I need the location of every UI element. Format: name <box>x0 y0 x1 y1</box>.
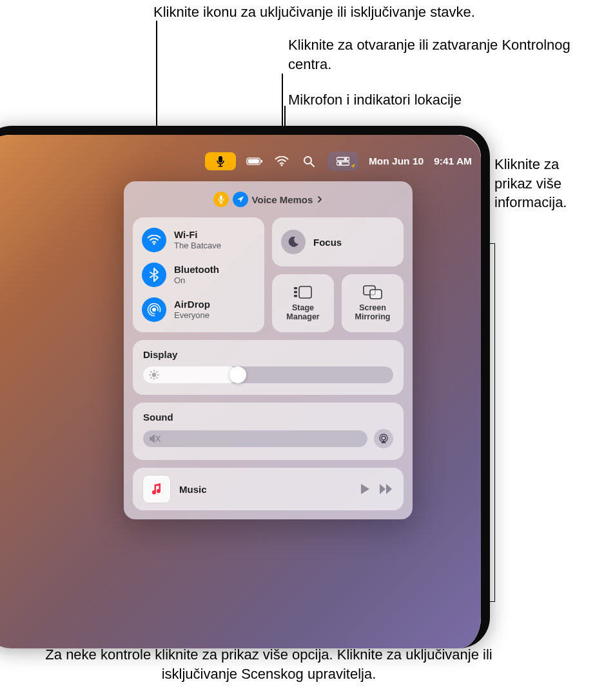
device-frame: Mon Jun 10 9:41 AM Voice Memos <box>0 126 490 648</box>
stage-manager-label-1: Stage <box>286 303 319 312</box>
callout-mic-loc: Mikrofon i indikatori lokacije <box>288 90 462 110</box>
svg-rect-14 <box>220 201 221 203</box>
location-arrow-icon <box>350 163 356 169</box>
svg-rect-5 <box>261 160 262 163</box>
svg-rect-21 <box>294 287 297 290</box>
desktop-wallpaper: Mon Jun 10 9:41 AM Voice Memos <box>0 135 481 648</box>
moon-icon <box>281 230 306 254</box>
svg-point-12 <box>339 162 342 165</box>
svg-point-10 <box>344 157 347 160</box>
svg-rect-2 <box>218 166 222 167</box>
screen-mirroring-label-2: Mirroring <box>355 312 391 321</box>
svg-rect-0 <box>219 156 222 163</box>
svg-rect-9 <box>337 157 349 161</box>
menu-bar: Mon Jun 10 9:41 AM <box>205 152 472 171</box>
svg-rect-1 <box>220 164 221 166</box>
display-tile[interactable]: Display <box>133 340 404 395</box>
volume-mute-icon <box>149 434 161 444</box>
svg-point-17 <box>152 308 156 312</box>
stage-manager-tile[interactable]: Stage Manager <box>272 274 334 332</box>
svg-rect-23 <box>294 295 297 297</box>
svg-rect-25 <box>370 290 382 299</box>
active-sensors-app-label: Voice Memos <box>252 194 313 205</box>
stage-manager-icon <box>293 285 313 299</box>
next-track-button[interactable] <box>379 483 393 495</box>
screen-mirroring-icon <box>363 285 382 299</box>
wifi-icon[interactable] <box>142 228 166 252</box>
airdrop-icon[interactable] <box>142 297 166 322</box>
menubar-time[interactable]: 9:41 AM <box>434 155 472 167</box>
airdrop-control[interactable]: AirDrop Everyone <box>142 297 255 322</box>
wifi-label: Wi-Fi <box>174 229 221 241</box>
menubar-date[interactable]: Mon Jun 10 <box>369 155 424 167</box>
wifi-network-name: The Batcave <box>174 241 221 251</box>
svg-point-6 <box>280 164 282 166</box>
airdrop-label: AirDrop <box>174 299 210 310</box>
svg-point-26 <box>152 373 156 377</box>
airplay-icon <box>378 434 389 444</box>
mic-in-use-icon <box>213 192 229 207</box>
connectivity-tile[interactable]: Wi-Fi The Batcave Bluetooth On <box>133 217 264 332</box>
svg-point-16 <box>153 243 155 245</box>
wifi-icon[interactable] <box>273 155 290 167</box>
control-center-panel: Voice Memos Wi-Fi The Batcave <box>124 181 413 519</box>
focus-tile[interactable]: Focus <box>272 217 404 266</box>
svg-rect-15 <box>219 203 222 203</box>
now-playing-title: Music <box>179 484 351 495</box>
display-brightness-slider[interactable] <box>143 366 393 383</box>
active-sensors-row[interactable]: Voice Memos <box>133 190 404 210</box>
svg-rect-13 <box>220 195 222 200</box>
svg-line-34 <box>157 372 157 372</box>
play-button[interactable] <box>360 483 370 495</box>
svg-line-33 <box>151 377 151 378</box>
bluetooth-label: Bluetooth <box>174 264 219 275</box>
now-playing-tile[interactable]: Music <box>133 468 404 510</box>
focus-label: Focus <box>313 237 342 248</box>
svg-line-32 <box>157 377 157 378</box>
spotlight-icon[interactable] <box>300 155 317 167</box>
bluetooth-icon[interactable] <box>142 263 166 287</box>
svg-rect-20 <box>299 286 311 298</box>
screen-mirroring-label-1: Screen <box>355 303 391 312</box>
stage-manager-label-2: Manager <box>286 312 319 321</box>
mic-indicator-pill[interactable] <box>205 152 236 170</box>
display-label: Display <box>143 349 393 360</box>
airplay-audio-button[interactable] <box>374 429 393 448</box>
control-center-menubar-button[interactable] <box>327 152 358 171</box>
bluetooth-control[interactable]: Bluetooth On <box>142 263 255 287</box>
wifi-control[interactable]: Wi-Fi The Batcave <box>142 228 255 252</box>
chevron-right-icon <box>317 196 323 203</box>
sound-tile[interactable]: Sound <box>133 403 404 460</box>
svg-line-31 <box>151 372 151 372</box>
bluetooth-status: On <box>174 275 219 286</box>
callout-toggle: Kliknite ikonu za uključivanje ili isklj… <box>153 3 475 22</box>
sound-label: Sound <box>143 412 393 423</box>
screen-mirroring-tile[interactable]: Screen Mirroring <box>342 274 404 332</box>
svg-rect-11 <box>337 162 349 165</box>
sound-volume-slider[interactable] <box>143 430 367 447</box>
music-app-icon <box>143 475 170 503</box>
svg-point-38 <box>382 436 385 440</box>
location-in-use-icon <box>233 192 248 207</box>
airdrop-status: Everyone <box>174 310 210 321</box>
callout-bottom: Za neke kontrole kliknite za prikaz više… <box>37 645 501 683</box>
svg-rect-4 <box>248 159 258 164</box>
battery-icon[interactable] <box>246 155 263 167</box>
callout-more-info: Kliknite za prikaz više informacija. <box>494 155 592 212</box>
brightness-icon <box>149 370 159 380</box>
callout-open-close: Kliknite za otvaranje ili zatvaranje Kon… <box>288 35 595 74</box>
svg-line-8 <box>311 163 314 166</box>
svg-rect-22 <box>294 291 297 294</box>
